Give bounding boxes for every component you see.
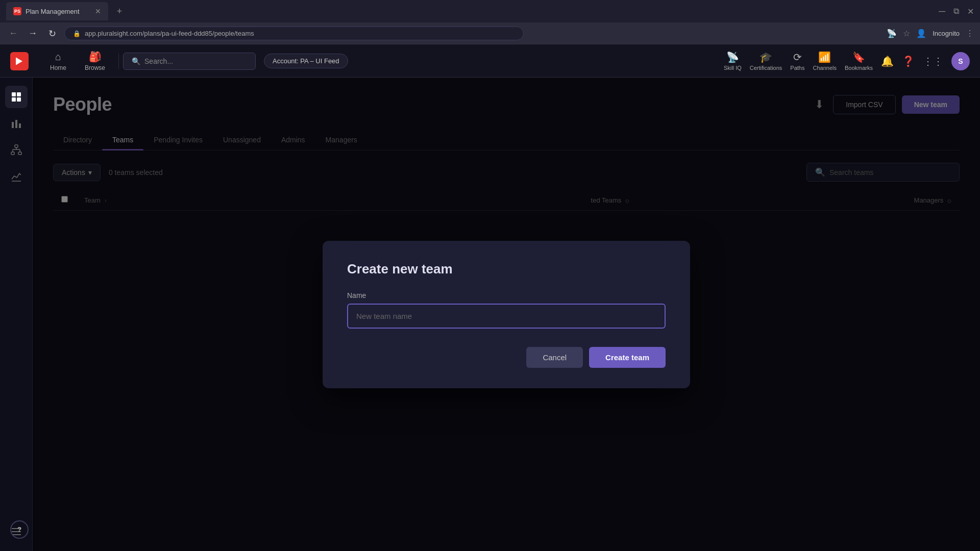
notifications-icon[interactable]: 🔔 bbox=[881, 55, 894, 67]
lock-icon: 🔒 bbox=[73, 30, 81, 37]
svg-rect-8 bbox=[19, 123, 21, 128]
page-content: People ⬇ Import CSV New team Directory T… bbox=[33, 78, 980, 551]
sidebar-item-analytics[interactable] bbox=[5, 165, 28, 188]
back-button[interactable]: ← bbox=[6, 28, 20, 39]
url-text: app.pluralsight.com/plans/pa-ui-feed-ddd… bbox=[85, 30, 254, 37]
help-button[interactable]: ? bbox=[10, 520, 29, 539]
menu-button[interactable]: ⋮ bbox=[966, 29, 974, 38]
svg-rect-3 bbox=[17, 92, 21, 96]
name-label: Name bbox=[347, 291, 666, 299]
account-badge: Account: PA – UI Feed bbox=[264, 54, 348, 68]
user-avatar[interactable]: S bbox=[951, 52, 970, 70]
nav-right: 📡 Skill IQ 🎓 Certifications ⟳ Paths 📶 Ch… bbox=[724, 51, 970, 71]
incognito-label: Incognito bbox=[933, 30, 960, 37]
nav-skill-iq[interactable]: 📡 Skill IQ bbox=[724, 51, 742, 71]
browser-chrome: PS Plan Management ✕ + ─ ⧉ ✕ ← → ↻ 🔒 app… bbox=[0, 0, 980, 45]
restore-button[interactable]: ⧉ bbox=[953, 7, 959, 16]
sidebar bbox=[0, 78, 33, 551]
svg-rect-9 bbox=[15, 145, 18, 147]
cancel-button[interactable]: Cancel bbox=[526, 347, 583, 368]
create-team-button[interactable]: Create team bbox=[589, 347, 666, 368]
svg-rect-2 bbox=[12, 92, 16, 96]
bookmarks-icon: 🔖 bbox=[852, 51, 865, 63]
tab-favicon: PS bbox=[13, 7, 21, 15]
main-layout: People ⬇ Import CSV New team Directory T… bbox=[0, 78, 980, 551]
nav-certifications[interactable]: 🎓 Certifications bbox=[750, 51, 782, 71]
paths-icon: ⟳ bbox=[793, 51, 802, 63]
cast-icon[interactable]: 📡 bbox=[887, 29, 897, 38]
nav-channels[interactable]: 📶 Channels bbox=[813, 51, 836, 71]
svg-rect-4 bbox=[12, 97, 16, 102]
svg-marker-0 bbox=[16, 58, 22, 65]
sidebar-item-chart[interactable] bbox=[5, 112, 28, 135]
pluralsight-logo[interactable] bbox=[10, 52, 29, 70]
modal-title: Create new team bbox=[347, 261, 666, 277]
svg-rect-6 bbox=[12, 122, 14, 128]
browse-icon: 🎒 bbox=[89, 51, 102, 63]
home-icon: ⌂ bbox=[55, 51, 61, 63]
channels-icon: 📶 bbox=[818, 51, 831, 63]
help-nav-icon[interactable]: ❓ bbox=[902, 55, 915, 67]
forward-button[interactable]: → bbox=[26, 28, 40, 39]
minimize-button[interactable]: ─ bbox=[939, 6, 945, 17]
sidebar-item-grid[interactable] bbox=[5, 86, 28, 108]
browser-titlebar: PS Plan Management ✕ + ─ ⧉ ✕ bbox=[0, 0, 980, 22]
svg-rect-7 bbox=[15, 120, 17, 128]
address-bar[interactable]: 🔒 app.pluralsight.com/plans/pa-ui-feed-d… bbox=[64, 27, 524, 40]
svg-rect-11 bbox=[18, 152, 21, 155]
global-search[interactable]: 🔍 Search... bbox=[123, 53, 256, 70]
modal-overlay[interactable]: Create new team Name Cancel Create team bbox=[33, 78, 980, 551]
browser-tab[interactable]: PS Plan Management ✕ bbox=[6, 2, 108, 20]
nav-separator bbox=[118, 54, 119, 69]
browser-nav-actions: 📡 ☆ 👤 Incognito ⋮ bbox=[887, 29, 974, 38]
top-nav: ⌂ Home 🎒 Browse 🔍 Search... Account: PA … bbox=[0, 45, 980, 78]
svg-rect-5 bbox=[17, 97, 21, 102]
tab-close-button[interactable]: ✕ bbox=[95, 7, 101, 15]
tab-title: Plan Management bbox=[26, 8, 91, 15]
apps-icon[interactable]: ⋮⋮ bbox=[923, 55, 943, 67]
browser-nav: ← → ↻ 🔒 app.pluralsight.com/plans/pa-ui-… bbox=[0, 22, 980, 45]
search-icon: 🔍 bbox=[132, 57, 140, 65]
nav-paths[interactable]: ⟳ Paths bbox=[790, 51, 804, 71]
bookmark-star-icon[interactable]: ☆ bbox=[903, 29, 910, 38]
svg-rect-10 bbox=[11, 152, 14, 155]
team-name-input[interactable] bbox=[347, 304, 666, 329]
certifications-icon: 🎓 bbox=[760, 51, 772, 63]
skill-iq-icon: 📡 bbox=[726, 51, 739, 63]
app-container: ⌂ Home 🎒 Browse 🔍 Search... Account: PA … bbox=[0, 45, 980, 551]
profile-icon[interactable]: 👤 bbox=[916, 29, 926, 38]
nav-home[interactable]: ⌂ Home bbox=[41, 45, 76, 78]
refresh-button[interactable]: ↻ bbox=[45, 28, 59, 39]
create-team-modal: Create new team Name Cancel Create team bbox=[323, 241, 690, 388]
close-button[interactable]: ✕ bbox=[967, 7, 974, 16]
nav-bookmarks[interactable]: 🔖 Bookmarks bbox=[845, 51, 873, 71]
sidebar-item-hierarchy[interactable] bbox=[5, 139, 28, 161]
nav-browse[interactable]: 🎒 Browse bbox=[76, 45, 114, 78]
modal-actions: Cancel Create team bbox=[347, 347, 666, 368]
new-tab-button[interactable]: + bbox=[112, 4, 127, 18]
